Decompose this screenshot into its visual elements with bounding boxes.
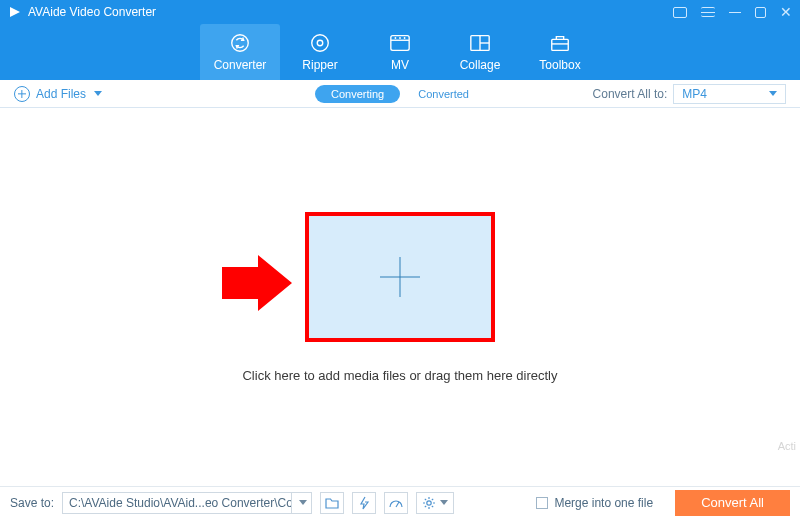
collage-icon (469, 32, 491, 54)
add-files-label: Add Files (36, 87, 86, 101)
add-files-button[interactable]: Add Files (14, 86, 102, 102)
converter-icon (229, 32, 251, 54)
merge-label: Merge into one file (554, 496, 653, 510)
convert-all-to-label: Convert All to: (593, 87, 668, 101)
chevron-down-icon (94, 91, 102, 96)
nav-tab-toolbox[interactable]: Toolbox (520, 24, 600, 80)
feedback-icon[interactable] (673, 7, 687, 18)
tutorial-arrow-icon (222, 255, 292, 315)
window-controls: ✕ (673, 5, 792, 19)
nav-label: Converter (214, 58, 267, 72)
dropzone-caption: Click here to add media files or drag th… (242, 368, 557, 383)
merge-into-one-file-checkbox[interactable]: Merge into one file (536, 496, 653, 510)
nav-label: Toolbox (539, 58, 580, 72)
svg-rect-11 (552, 39, 569, 50)
svg-line-14 (396, 502, 399, 507)
checkbox-icon (536, 497, 548, 509)
main-area: Click here to add media files or drag th… (0, 108, 800, 486)
watermark-text: Acti (778, 440, 796, 452)
tab-converted[interactable]: Converted (402, 85, 485, 103)
mv-icon (389, 32, 411, 54)
window-close-icon[interactable]: ✕ (780, 5, 792, 19)
bottom-bar: Save to: C:\AVAide Studio\AVAid...eo Con… (0, 486, 800, 518)
convert-all-button[interactable]: Convert All (675, 490, 790, 516)
ripper-icon (309, 32, 331, 54)
hamburger-menu-icon[interactable] (701, 7, 715, 17)
settings-dropdown[interactable] (416, 492, 454, 514)
output-format-dropdown[interactable]: MP4 (673, 84, 786, 104)
nav-label: MV (391, 58, 409, 72)
nav-label: Ripper (302, 58, 337, 72)
gpu-accel-button[interactable] (352, 492, 376, 514)
nav-tab-ripper[interactable]: Ripper (280, 24, 360, 80)
add-media-dropzone[interactable] (305, 212, 495, 342)
svg-point-5 (395, 37, 397, 39)
main-nav: Converter Ripper MV Collage Toolbox (0, 24, 800, 80)
high-speed-button[interactable] (384, 492, 408, 514)
svg-marker-0 (10, 7, 20, 17)
svg-marker-13 (222, 255, 292, 311)
toolbox-icon (549, 32, 571, 54)
app-title: AVAide Video Converter (28, 5, 156, 19)
nav-tab-mv[interactable]: MV (360, 24, 440, 80)
save-to-label: Save to: (10, 496, 54, 510)
svg-point-15 (427, 500, 431, 504)
svg-point-7 (404, 37, 406, 39)
nav-tab-collage[interactable]: Collage (440, 24, 520, 80)
chevron-down-icon (440, 500, 448, 505)
plus-icon (380, 257, 420, 297)
nav-tab-converter[interactable]: Converter (200, 24, 280, 80)
title-bar: AVAide Video Converter ✕ (0, 0, 800, 24)
svg-point-2 (312, 35, 329, 52)
save-path-field[interactable]: C:\AVAide Studio\AVAid...eo Converter\Co… (62, 492, 292, 514)
svg-point-6 (399, 37, 401, 39)
mode-tabs: Converting Converted (315, 85, 485, 103)
plus-circle-icon (14, 86, 30, 102)
window-minimize-icon[interactable] (729, 12, 741, 13)
save-path-dropdown[interactable] (292, 492, 312, 514)
format-selected-value: MP4 (682, 87, 707, 101)
app-logo-icon (8, 5, 22, 19)
chevron-down-icon (769, 91, 777, 96)
nav-label: Collage (460, 58, 501, 72)
open-folder-button[interactable] (320, 492, 344, 514)
svg-point-1 (232, 35, 249, 52)
svg-point-3 (317, 40, 323, 46)
tab-converting[interactable]: Converting (315, 85, 400, 103)
window-maximize-icon[interactable] (755, 7, 766, 18)
sub-toolbar: Add Files Converting Converted Convert A… (0, 80, 800, 108)
